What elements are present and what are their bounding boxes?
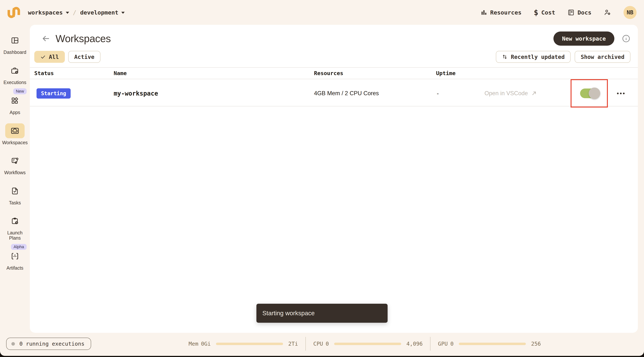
user-gear-icon [604,9,611,16]
top-nav: Resources $ Cost Docs [480,6,636,19]
sidebar-item-dashboard[interactable]: Dashboard [1,33,29,55]
tasks-icon [10,187,19,195]
divider [430,337,430,351]
workspace-power-toggle[interactable] [580,88,598,98]
ellipsis-icon [617,92,619,94]
nav-resources[interactable]: Resources [480,9,522,16]
toast-message: Starting workspace [262,310,315,317]
filter-bar: All Active Recently updated Show archive… [30,51,638,63]
chevron-down-icon [66,12,69,14]
mem-meter: Mem 0Gi 2Ti [188,340,298,347]
avatar[interactable]: NB [624,6,636,19]
sidebar-item-workspaces[interactable]: Workspaces [1,123,29,145]
chevron-down-icon [121,12,125,14]
sort-button[interactable]: Recently updated [496,51,570,63]
launch-plans-icon [10,217,19,225]
toggle-knob [589,88,600,99]
table-row[interactable]: Starting my-workspace 4GB Mem / 2 CPU Co… [30,79,638,106]
workspace-uptime: - [436,90,484,97]
nav-cost[interactable]: $ Cost [534,8,555,17]
sidebar: Dashboard Executions New [0,25,30,332]
workspaces-icon [10,126,20,135]
status-badge: Starting [36,88,70,98]
sidebar-item-tasks[interactable]: Tasks [1,184,29,206]
cpu-meter: CPU 0 4,096 [313,340,422,347]
column-header-name: Name [114,70,314,76]
column-header-uptime: Uptime [436,70,484,76]
sidebar-item-artifacts[interactable]: Alpha Artifacts [1,249,29,271]
sidebar-item-launch-plans[interactable]: Launch Plans [1,214,29,240]
sort-arrows-icon [502,54,508,60]
column-header-status: Status [34,70,114,76]
dashboard-icon [10,36,19,45]
info-button[interactable] [622,34,630,43]
workflows-icon [10,156,19,165]
admin-settings-button[interactable] [604,9,611,16]
open-in-vscode-link[interactable]: Open in VSCode [484,90,570,97]
table-header: Status Name Resources Uptime [30,67,638,79]
external-link-icon [531,90,537,96]
check-icon [40,54,46,60]
resource-meters: Mem 0Gi 2Ti CPU 0 4,096 GPU 0 256 [188,337,541,351]
row-actions-menu-button[interactable] [615,91,626,96]
filter-active-button[interactable]: Active [68,51,100,63]
new-badge: New [13,88,27,94]
domain-selector[interactable]: development [80,9,125,16]
mem-meter-bar [216,343,283,345]
main-panel: Workspaces New workspace Al [30,25,638,333]
sidebar-item-apps[interactable]: New Apps [1,93,29,115]
annotation-highlight-box [570,79,608,108]
page-header: Workspaces New workspace [30,25,638,46]
executions-icon [10,66,19,75]
sidebar-item-workflows[interactable]: Workflows [1,153,29,175]
filter-all-button[interactable]: All [34,51,65,63]
bar-chart-icon [480,9,487,16]
union-logo-icon [8,7,20,18]
dollar-icon: $ [534,8,538,17]
gpu-meter: GPU 0 256 [438,340,541,347]
top-bar: workspaces / development Resources $ Cos… [0,0,644,25]
cpu-meter-bar [334,343,401,345]
docs-icon [568,9,574,16]
active-item-highlight [5,123,24,138]
page-title: Workspaces [56,32,111,44]
domain-name: development [80,9,118,16]
alpha-badge: Alpha [11,244,27,250]
sidebar-item-executions[interactable]: Executions [1,63,29,85]
new-workspace-button[interactable]: New workspace [554,32,614,46]
column-header-resources: Resources [314,70,436,76]
nav-docs[interactable]: Docs [568,9,592,16]
project-name: workspaces [28,9,63,16]
info-icon [622,34,630,43]
workspace-name: my-workspace [114,90,314,97]
back-button[interactable] [41,34,51,44]
running-executions-pill[interactable]: 0 running executions [6,338,91,350]
breadcrumb-separator: / [73,9,76,16]
arrow-left-icon [41,34,51,44]
apps-icon [10,96,19,105]
project-selector[interactable]: workspaces [28,9,69,16]
show-archived-button[interactable]: Show archived [575,51,630,63]
breadcrumb: workspaces / development [28,9,125,16]
app-window: workspaces / development Resources $ Cos… [0,0,644,356]
divider [306,337,306,351]
artifacts-icon [10,252,19,260]
toast-notification: Starting workspace [256,304,388,323]
gpu-meter-bar [459,343,526,345]
workspaces-table: Status Name Resources Uptime Starting my… [30,67,638,106]
status-dot-icon [11,342,15,346]
workspace-resources: 4GB Mem / 2 CPU Cores [314,90,436,97]
